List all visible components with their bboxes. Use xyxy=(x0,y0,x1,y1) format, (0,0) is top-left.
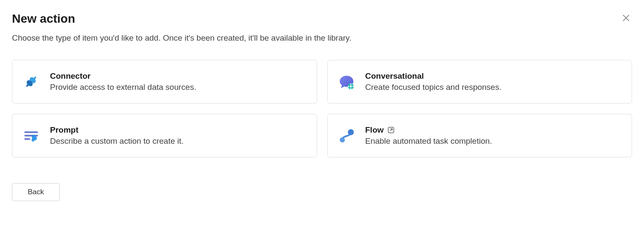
back-button[interactable]: Back xyxy=(12,183,60,201)
card-flow[interactable]: Flow Enable automated task completion. xyxy=(327,114,632,157)
card-text: Flow Enable automated task completion. xyxy=(365,125,492,146)
card-title: Flow xyxy=(365,125,384,135)
card-desc: Describe a custom action to create it. xyxy=(50,136,184,146)
card-title: Conversational xyxy=(365,71,424,81)
close-icon xyxy=(622,14,630,24)
card-prompt[interactable]: Prompt Describe a custom action to creat… xyxy=(12,114,317,157)
svg-rect-11 xyxy=(353,86,354,87)
dialog-footer: Back xyxy=(12,183,632,201)
svg-rect-12 xyxy=(24,131,38,133)
card-connector[interactable]: Connector Provide access to external dat… xyxy=(12,60,317,104)
card-title: Connector xyxy=(50,71,91,81)
card-text: Conversational Create focused topics and… xyxy=(365,71,502,92)
card-desc: Create focused topics and responses. xyxy=(365,83,502,92)
svg-rect-14 xyxy=(24,138,30,140)
svg-point-18 xyxy=(348,129,354,135)
flow-icon xyxy=(338,127,355,144)
action-type-grid: Connector Provide access to external dat… xyxy=(12,60,632,157)
card-title: Prompt xyxy=(50,125,79,135)
connector-icon xyxy=(23,73,40,90)
svg-rect-8 xyxy=(350,83,351,85)
card-text: Connector Provide access to external dat… xyxy=(50,71,196,92)
svg-point-7 xyxy=(350,86,351,87)
svg-rect-9 xyxy=(350,88,351,89)
svg-rect-10 xyxy=(348,86,349,87)
close-button[interactable] xyxy=(620,12,632,26)
svg-point-19 xyxy=(340,137,345,142)
card-conversational[interactable]: Conversational Create focused topics and… xyxy=(327,60,632,104)
external-link-icon xyxy=(387,126,395,134)
card-desc: Provide access to external data sources. xyxy=(50,83,196,92)
card-desc: Enable automated task completion. xyxy=(365,136,492,146)
page-title: New action xyxy=(12,12,75,26)
card-text: Prompt Describe a custom action to creat… xyxy=(50,125,184,146)
page-subtitle: Choose the type of item you'd like to ad… xyxy=(12,33,632,43)
conversational-icon xyxy=(338,73,355,90)
prompt-icon xyxy=(23,127,40,144)
svg-rect-13 xyxy=(24,135,38,136)
